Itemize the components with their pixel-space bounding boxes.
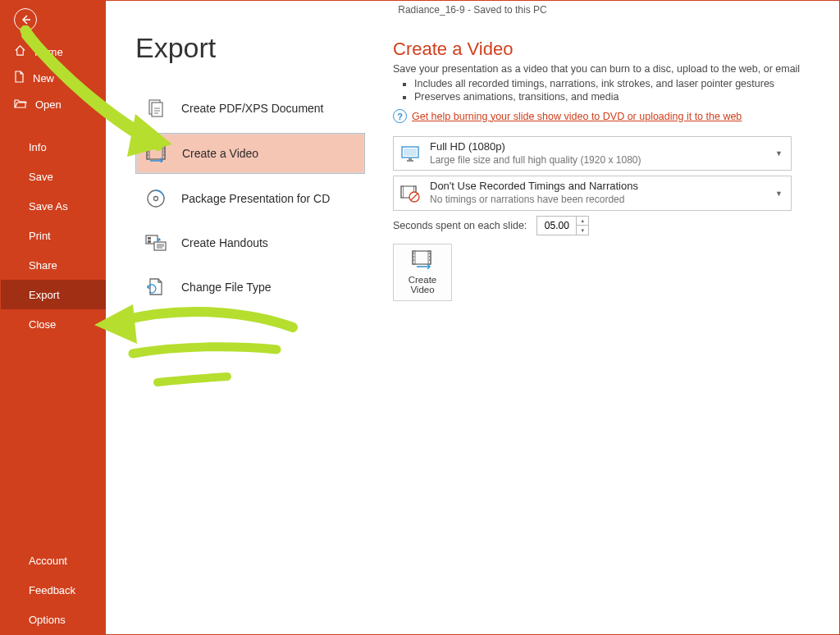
combo-title: Full HD (1080p) bbox=[430, 140, 767, 154]
svg-rect-1 bbox=[152, 103, 162, 116]
nav-save-as[interactable]: Save As bbox=[1, 191, 106, 221]
nav-label: Close bbox=[29, 318, 56, 331]
svg-point-8 bbox=[163, 148, 165, 149]
spinner-up[interactable]: ▲ bbox=[577, 217, 588, 226]
combo-title: Don't Use Recorded Timings and Narration… bbox=[430, 180, 767, 194]
combo-desc: No timings or narrations have been recor… bbox=[430, 194, 767, 207]
svg-point-7 bbox=[148, 154, 149, 156]
svg-point-29 bbox=[429, 253, 431, 254]
seconds-spinner[interactable]: ▲ ▼ bbox=[536, 216, 589, 235]
option-label: Create a Video bbox=[182, 147, 258, 160]
timings-dropdown[interactable]: Don't Use Recorded Timings and Narration… bbox=[393, 176, 792, 210]
spinner-down[interactable]: ▼ bbox=[577, 226, 588, 235]
nav-export[interactable]: Export bbox=[1, 280, 106, 309]
page-title: Export bbox=[135, 32, 365, 64]
monitor-icon bbox=[399, 144, 422, 162]
document-icon bbox=[14, 71, 25, 85]
details-lead: Save your presentation as a video that y… bbox=[393, 63, 815, 75]
export-option-handouts[interactable]: Create Handouts bbox=[135, 223, 365, 263]
svg-point-26 bbox=[413, 253, 415, 254]
change-filetype-icon bbox=[144, 276, 168, 298]
seconds-input[interactable] bbox=[537, 217, 576, 235]
nav-save[interactable]: Save bbox=[1, 162, 106, 191]
svg-point-31 bbox=[429, 259, 431, 261]
nav-label: Options bbox=[29, 614, 66, 626]
nav-account[interactable]: Account bbox=[1, 546, 106, 575]
document-title: Radiance_16-9 - Saved to this PC bbox=[398, 4, 546, 16]
button-label: Create bbox=[409, 275, 437, 285]
option-label: Create Handouts bbox=[181, 236, 268, 249]
nav-feedback[interactable]: Feedback bbox=[1, 575, 106, 605]
create-video-button[interactable]: Create Video bbox=[393, 244, 452, 301]
button-label: Video bbox=[410, 285, 434, 295]
chevron-down-icon: ▼ bbox=[775, 190, 786, 198]
nav-label: Export bbox=[29, 289, 60, 301]
folder-open-icon bbox=[14, 98, 27, 111]
nav-share[interactable]: Share bbox=[1, 250, 106, 280]
export-option-cd[interactable]: Package Presentation for CD bbox=[135, 179, 365, 218]
nav-open[interactable]: Open bbox=[1, 91, 106, 117]
export-options-list: Create PDF/XPS Document Create a Video P… bbox=[135, 89, 365, 307]
option-label: Create PDF/XPS Document bbox=[181, 102, 324, 115]
svg-point-27 bbox=[413, 256, 415, 258]
back-button[interactable] bbox=[1, 1, 106, 39]
svg-rect-14 bbox=[148, 237, 151, 240]
svg-rect-20 bbox=[401, 186, 404, 198]
main-area: Radiance_16-9 - Saved to this PC Export … bbox=[106, 1, 839, 634]
svg-point-5 bbox=[148, 148, 149, 149]
nav-info[interactable]: Info bbox=[1, 132, 106, 162]
nav-home[interactable]: Home bbox=[1, 39, 106, 65]
svg-rect-18 bbox=[404, 148, 417, 156]
nav-label: Print bbox=[29, 230, 51, 242]
film-no-icon bbox=[399, 185, 422, 203]
seconds-label: Seconds spent on each slide: bbox=[393, 220, 527, 231]
title-bar: Radiance_16-9 - Saved to this PC bbox=[106, 1, 839, 24]
svg-point-28 bbox=[413, 259, 415, 261]
back-arrow-icon bbox=[14, 8, 37, 31]
combo-desc: Large file size and full high quality (1… bbox=[430, 154, 767, 167]
nav-label: Feedback bbox=[29, 584, 75, 596]
svg-point-9 bbox=[163, 151, 165, 153]
export-option-filetype[interactable]: Change File Type bbox=[135, 267, 365, 307]
svg-point-30 bbox=[429, 256, 431, 258]
svg-point-10 bbox=[163, 154, 165, 156]
nav-print[interactable]: Print bbox=[1, 221, 106, 250]
nav-label: Share bbox=[29, 259, 57, 272]
details-bullet: Includes all recorded timings, narration… bbox=[414, 78, 815, 89]
pdf-icon bbox=[144, 98, 168, 119]
export-option-video[interactable]: Create a Video bbox=[135, 133, 365, 174]
nav-label: Account bbox=[29, 555, 67, 567]
nav-options[interactable]: Options bbox=[1, 605, 106, 634]
handouts-icon bbox=[144, 233, 168, 253]
svg-rect-15 bbox=[148, 240, 151, 243]
nav-close[interactable]: Close bbox=[1, 309, 106, 339]
help-icon: ? bbox=[393, 109, 407, 123]
nav-label: Open bbox=[35, 98, 62, 111]
export-details-panel: Create a Video Save your presentation as… bbox=[393, 32, 815, 618]
option-label: Change File Type bbox=[181, 281, 271, 294]
details-heading: Create a Video bbox=[393, 39, 815, 60]
nav-label: Info bbox=[29, 141, 47, 153]
nav-new[interactable]: New bbox=[1, 65, 106, 91]
film-icon bbox=[144, 144, 169, 162]
details-bullet: Preserves animations, transitions, and m… bbox=[414, 91, 815, 103]
nav-label: Home bbox=[34, 46, 63, 58]
svg-point-12 bbox=[154, 197, 158, 201]
home-icon bbox=[14, 44, 26, 59]
film-export-icon bbox=[410, 249, 435, 272]
svg-point-6 bbox=[148, 151, 149, 153]
video-quality-dropdown[interactable]: Full HD (1080p) Large file size and full… bbox=[393, 136, 792, 171]
nav-label: New bbox=[33, 72, 54, 85]
nav-label: Save bbox=[29, 171, 53, 183]
chevron-down-icon: ▼ bbox=[775, 149, 786, 158]
help-link[interactable]: Get help burning your slide show video t… bbox=[412, 111, 742, 122]
nav-label: Save As bbox=[29, 200, 68, 212]
export-option-pdf[interactable]: Create PDF/XPS Document bbox=[135, 89, 365, 128]
cd-icon bbox=[144, 188, 168, 209]
backstage-sidebar: Home New Open Info Save Save As Print Sh… bbox=[1, 1, 106, 634]
option-label: Package Presentation for CD bbox=[181, 192, 330, 205]
